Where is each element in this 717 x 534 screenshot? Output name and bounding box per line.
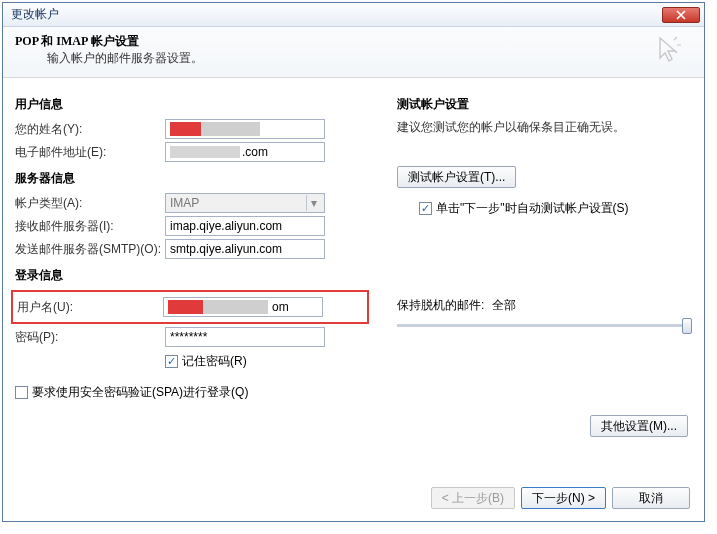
outgoing-row: 发送邮件服务器(SMTP)(O): bbox=[15, 239, 365, 259]
header-text: POP 和 IMAP 帐户设置 输入帐户的邮件服务器设置。 bbox=[15, 33, 203, 67]
redacted-username bbox=[168, 300, 268, 314]
chevron-down-icon: ▾ bbox=[306, 195, 320, 211]
username-input[interactable]: om bbox=[163, 297, 323, 317]
username-highlight: 用户名(U): om bbox=[11, 290, 369, 324]
cancel-button[interactable]: 取消 bbox=[612, 487, 690, 509]
incoming-server-input[interactable] bbox=[165, 216, 325, 236]
password-input[interactable] bbox=[165, 327, 325, 347]
account-type-select: IMAP ▾ bbox=[165, 193, 325, 213]
slider-thumb[interactable] bbox=[682, 318, 692, 334]
header-section: POP 和 IMAP 帐户设置 输入帐户的邮件服务器设置。 bbox=[3, 27, 704, 78]
offline-value: 全部 bbox=[492, 297, 516, 314]
account-type-value: IMAP bbox=[170, 196, 199, 210]
right-column: 测试帐户设置 建议您测试您的帐户以确保条目正确无误。 测试帐户设置(T)... … bbox=[389, 88, 692, 407]
header-title: POP 和 IMAP 帐户设置 bbox=[15, 33, 203, 50]
remember-password-checkbox[interactable]: ✓ bbox=[165, 355, 178, 368]
email-input[interactable]: .com bbox=[165, 142, 325, 162]
auto-test-row: ✓ 单击"下一步"时自动测试帐户设置(S) bbox=[419, 200, 692, 217]
email-label: 电子邮件地址(E): bbox=[15, 144, 165, 161]
username-label: 用户名(U): bbox=[17, 299, 163, 316]
other-settings-button[interactable]: 其他设置(M)... bbox=[590, 415, 688, 437]
name-label: 您的姓名(Y): bbox=[15, 121, 165, 138]
spa-checkbox[interactable] bbox=[15, 386, 28, 399]
titlebar: 更改帐户 bbox=[3, 3, 704, 27]
cursor-icon bbox=[652, 34, 684, 66]
name-input[interactable] bbox=[165, 119, 325, 139]
spa-label: 要求使用安全密码验证(SPA)进行登录(Q) bbox=[32, 384, 248, 401]
incoming-label: 接收邮件服务器(I): bbox=[15, 218, 165, 235]
email-row: 电子邮件地址(E): .com bbox=[15, 142, 365, 162]
back-button: < 上一步(B) bbox=[431, 487, 515, 509]
incoming-row: 接收邮件服务器(I): bbox=[15, 216, 365, 236]
left-column: 用户信息 您的姓名(Y): 电子邮件地址(E): .com 服务器信息 帐户类型… bbox=[15, 88, 365, 407]
password-label: 密码(P): bbox=[15, 329, 165, 346]
username-suffix: om bbox=[272, 300, 289, 314]
offline-slider[interactable] bbox=[397, 324, 692, 327]
header-subtitle: 输入帐户的邮件服务器设置。 bbox=[47, 50, 203, 67]
test-settings-title: 测试帐户设置 bbox=[397, 96, 692, 113]
test-settings-button[interactable]: 测试帐户设置(T)... bbox=[397, 166, 516, 188]
next-button[interactable]: 下一步(N) > bbox=[521, 487, 606, 509]
email-suffix: .com bbox=[242, 145, 268, 159]
name-row: 您的姓名(Y): bbox=[15, 119, 365, 139]
redacted-name bbox=[170, 122, 260, 136]
username-row: 用户名(U): om bbox=[17, 297, 363, 317]
spa-row: 要求使用安全密码验证(SPA)进行登录(Q) bbox=[15, 384, 365, 401]
remember-password-row: ✓ 记住密码(R) bbox=[165, 353, 365, 370]
close-icon bbox=[676, 10, 686, 20]
close-button[interactable] bbox=[662, 7, 700, 23]
password-row: 密码(P): bbox=[15, 327, 365, 347]
redacted-email bbox=[170, 146, 240, 158]
user-info-title: 用户信息 bbox=[15, 96, 365, 113]
outgoing-label: 发送邮件服务器(SMTP)(O): bbox=[15, 241, 165, 258]
remember-password-label: 记住密码(R) bbox=[182, 353, 247, 370]
window-title: 更改帐户 bbox=[11, 6, 59, 23]
outgoing-server-input[interactable] bbox=[165, 239, 325, 259]
offline-row: 保持脱机的邮件: 全部 bbox=[397, 297, 692, 314]
login-info-title: 登录信息 bbox=[15, 267, 365, 284]
footer: < 上一步(B) 下一步(N) > 取消 bbox=[431, 487, 690, 509]
account-type-label: 帐户类型(A): bbox=[15, 195, 165, 212]
account-type-row: 帐户类型(A): IMAP ▾ bbox=[15, 193, 365, 213]
test-settings-desc: 建议您测试您的帐户以确保条目正确无误。 bbox=[397, 119, 692, 136]
content-area: 用户信息 您的姓名(Y): 电子邮件地址(E): .com 服务器信息 帐户类型… bbox=[3, 78, 704, 415]
account-settings-window: 更改帐户 POP 和 IMAP 帐户设置 输入帐户的邮件服务器设置。 用户信息 … bbox=[2, 2, 705, 522]
offline-label: 保持脱机的邮件: bbox=[397, 297, 484, 314]
other-settings-wrap: 其他设置(M)... bbox=[590, 415, 688, 437]
auto-test-label: 单击"下一步"时自动测试帐户设置(S) bbox=[436, 200, 629, 217]
server-info-title: 服务器信息 bbox=[15, 170, 365, 187]
auto-test-checkbox[interactable]: ✓ bbox=[419, 202, 432, 215]
